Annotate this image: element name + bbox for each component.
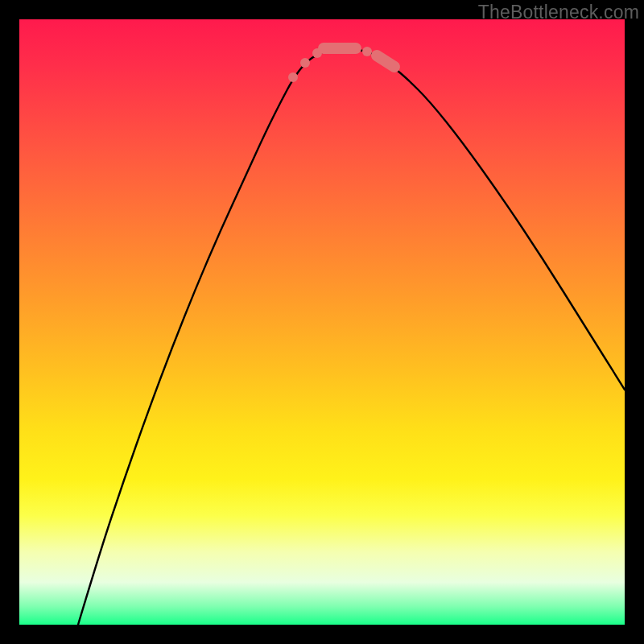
watermark-text: TheBottleneck.com (478, 2, 639, 23)
marker-pill (377, 56, 394, 67)
marker-layer (288, 47, 394, 82)
marker-dot (362, 47, 372, 56)
curve-layer (78, 48, 625, 625)
bottleneck-curve (78, 48, 625, 625)
bottleneck-curve-svg (19, 19, 625, 625)
marker-dot (300, 58, 310, 68)
chart-plot-area (19, 19, 625, 625)
marker-dot (288, 72, 298, 82)
